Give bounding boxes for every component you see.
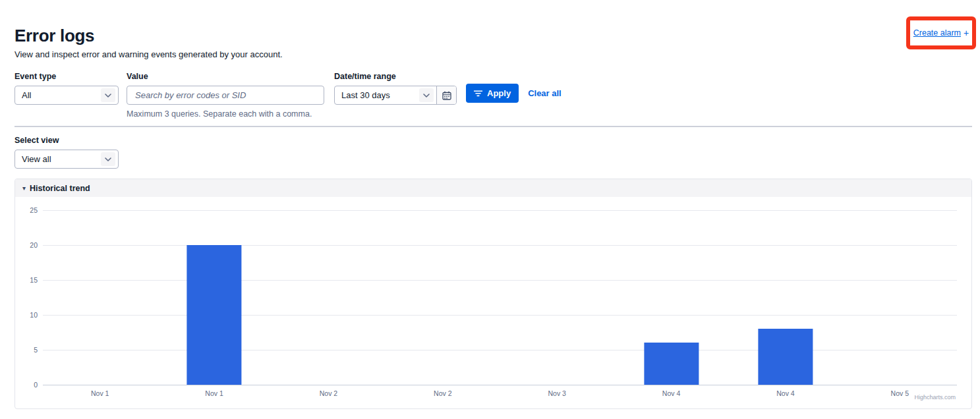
value-input-wrap	[127, 86, 324, 105]
historical-trend-chart: 0510152025Nov 1Nov 1Nov 2Nov 2Nov 3Nov 4…	[15, 197, 971, 409]
value-search-input[interactable]	[134, 90, 317, 101]
x-axis-tick-label: Nov 4	[662, 389, 680, 397]
annotation-highlight-box: Create alarm +	[906, 16, 976, 49]
historical-trend-title: Historical trend	[30, 184, 90, 193]
x-axis-tick-label: Nov 2	[320, 389, 337, 397]
event-type-label: Event type	[14, 72, 119, 81]
date-range-select[interactable]: Last 30 days	[335, 90, 419, 100]
y-axis-tick-label: 25	[15, 206, 38, 214]
x-axis-tick-label: Nov 1	[205, 389, 223, 397]
chevron-down-icon	[101, 152, 115, 166]
value-label: Value	[127, 72, 324, 81]
value-helper-text: Maximum 3 queries. Separate each with a …	[127, 109, 324, 119]
date-range-label: Date/time range	[334, 72, 457, 81]
chart-bar[interactable]	[644, 343, 699, 385]
calendar-icon	[442, 91, 451, 100]
plus-icon: +	[964, 28, 969, 38]
date-range-group: Last 30 days	[334, 86, 457, 105]
apply-button[interactable]: Apply	[466, 84, 519, 103]
filter-icon	[474, 90, 482, 97]
gridline	[43, 210, 957, 211]
y-axis-tick-label: 15	[15, 276, 38, 284]
page-subtitle: View and inspect error and warning event…	[14, 49, 283, 59]
gridline	[43, 315, 957, 316]
select-view-label: Select view	[14, 136, 119, 145]
filter-bar: Event type All Value Maximum 3 queries. …	[14, 72, 562, 119]
chevron-down-icon[interactable]	[419, 88, 434, 102]
x-axis-tick-label: Nov 4	[776, 389, 794, 397]
value-field: Value Maximum 3 queries. Separate each w…	[127, 72, 324, 119]
select-view-value: View all	[22, 154, 51, 164]
chart-plot-area: 0510152025Nov 1Nov 1Nov 2Nov 2Nov 3Nov 4…	[43, 210, 957, 385]
gridline	[43, 385, 957, 385]
chart-bar[interactable]	[758, 329, 813, 385]
gridline	[43, 350, 957, 350]
x-axis-tick-label: Nov 5	[891, 389, 909, 397]
x-axis-tick-label: Nov 2	[434, 389, 451, 397]
chevron-down-icon	[101, 88, 115, 102]
section-divider	[14, 126, 972, 127]
y-axis-tick-label: 0	[15, 381, 38, 389]
select-view-field: Select view View all	[14, 136, 119, 169]
y-axis-tick-label: 20	[15, 241, 38, 249]
apply-button-label: Apply	[487, 88, 511, 98]
page-title: Error logs	[14, 26, 94, 46]
x-axis-tick-label: Nov 3	[548, 389, 565, 397]
event-type-field: Event type All	[14, 72, 119, 105]
collapse-caret-icon: ▾	[22, 184, 26, 192]
y-axis-tick-label: 5	[15, 346, 38, 354]
date-range-field: Date/time range Last 30 days	[334, 72, 457, 105]
gridline	[43, 245, 957, 246]
gridline	[43, 280, 957, 281]
clear-all-link[interactable]: Clear all	[528, 88, 562, 98]
event-type-select[interactable]: All	[14, 86, 119, 105]
x-axis-tick-label: Nov 1	[91, 389, 109, 397]
select-view-select[interactable]: View all	[14, 150, 119, 169]
chart-bar[interactable]	[187, 245, 241, 385]
historical-trend-panel: ▾ Historical trend 0510152025Nov 1Nov 1N…	[14, 179, 972, 409]
calendar-picker-button[interactable]	[436, 86, 456, 104]
error-logs-page: Error logs View and inspect error and wa…	[0, 0, 980, 419]
highcharts-credit: Highcharts.com	[914, 394, 956, 401]
create-alarm-link[interactable]: Create alarm	[913, 28, 961, 38]
y-axis-tick-label: 10	[15, 311, 38, 319]
event-type-value: All	[22, 90, 31, 100]
historical-trend-header[interactable]: ▾ Historical trend	[15, 179, 971, 197]
